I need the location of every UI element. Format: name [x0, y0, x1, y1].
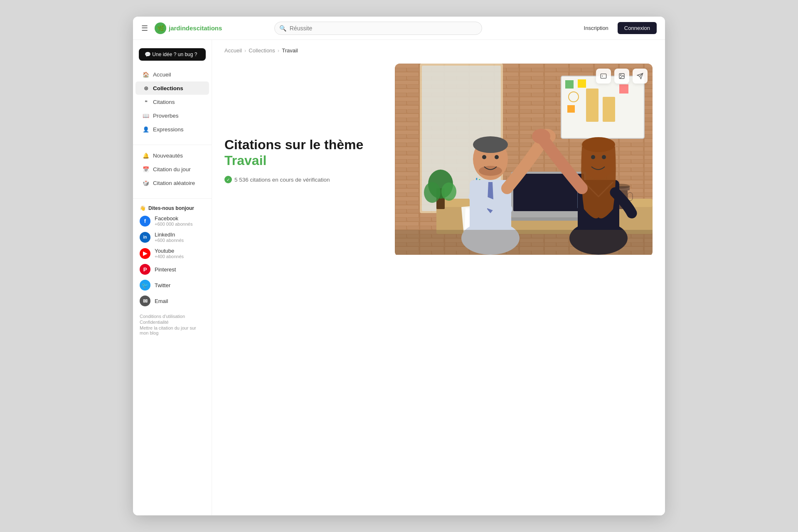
main-content: Accueil › Collections › Travail Citation…	[212, 40, 665, 515]
svg-rect-20	[565, 80, 574, 89]
facebook-label: Facebook	[155, 215, 192, 222]
svg-point-3	[621, 75, 621, 76]
svg-rect-0	[601, 74, 606, 79]
primary-nav: 🏠 Accueil ⊛ Collections ❝ Citations 📖 Pr…	[133, 67, 212, 141]
collections-icon: ⊛	[142, 84, 150, 92]
secondary-nav: 🔔 Nouveautés 📅 Citation du jour 🎲 Citati…	[133, 148, 212, 195]
facebook-icon: f	[140, 216, 150, 227]
twitter-icon: 🐦	[140, 280, 150, 291]
email-icon: ✉	[140, 296, 150, 306]
main-layout: 💬 Une idée ? un bug ? 🏠 Accueil ⊛ Collec…	[133, 40, 665, 515]
proverbes-icon: 📖	[142, 112, 150, 119]
sidebar-item-citation-jour[interactable]: 📅 Citation du jour	[135, 163, 209, 176]
sidebar-item-citations[interactable]: ❝ Citations	[135, 95, 209, 108]
linkedin-icon: in	[140, 232, 150, 243]
sidebar-item-collections[interactable]: ⊛ Collections	[135, 81, 209, 95]
svg-point-57	[591, 155, 595, 159]
logo[interactable]: 🌿 jardindescitations	[155, 22, 222, 34]
verified-icon: ✓	[224, 176, 232, 183]
twitter-label: Twitter	[155, 282, 170, 288]
svg-rect-22	[567, 105, 575, 113]
confidentialite-link[interactable]: Confidentialité	[140, 320, 205, 325]
svg-point-58	[602, 155, 606, 159]
social-youtube[interactable]: ▶ Youtube +400 abonnés	[133, 245, 212, 261]
svg-rect-17	[586, 89, 598, 122]
sidebar-item-citation-aleatoire[interactable]: 🎲 Citation aléatoire	[135, 176, 209, 190]
svg-rect-60	[395, 230, 653, 255]
search-input[interactable]	[274, 22, 482, 35]
hero-section: Citations sur le thème Travail ✓ 5 536 c…	[212, 59, 665, 269]
svg-rect-21	[578, 79, 586, 88]
topbar: ☰ 🌿 jardindescitations 🔍 Inscription Con…	[133, 17, 665, 40]
svg-rect-18	[603, 97, 615, 122]
svg-point-43	[441, 182, 456, 201]
nav-divider	[133, 145, 212, 145]
citation-aleatoire-icon: 🎲	[142, 179, 150, 187]
social-pinterest[interactable]: P Pinterest	[133, 261, 212, 277]
hero-text: Citations sur le thème Travail ✓ 5 536 c…	[224, 64, 395, 256]
search-icon: 🔍	[279, 25, 286, 32]
youtube-icon: ▶	[140, 248, 150, 259]
connexion-button[interactable]: Connexion	[618, 22, 657, 34]
hero-image-svg	[395, 64, 653, 255]
logo-text: jardindescitations	[169, 25, 222, 32]
sidebar-item-expressions[interactable]: 👤 Expressions	[135, 123, 209, 136]
sidebar-item-nouveautes[interactable]: 🔔 Nouveautés	[135, 149, 209, 162]
social-email[interactable]: ✉ Email	[133, 293, 212, 309]
sidebar-item-label: Collections	[153, 85, 183, 91]
svg-point-49	[479, 166, 502, 176]
breadcrumb-sep2: ›	[278, 47, 279, 54]
video-action-button[interactable]	[596, 69, 611, 84]
inscription-button[interactable]: Inscription	[580, 22, 613, 34]
hero-subtitle: ✓ 5 536 citations en cours de vérificati…	[224, 176, 382, 183]
sidebar-item-label: Citation du jour	[153, 166, 191, 172]
linkedin-subs: +600 abonnés	[155, 238, 184, 243]
home-icon: 🏠	[142, 71, 150, 78]
breadcrumb-current: Travail	[282, 47, 298, 54]
search-bar: 🔍	[274, 22, 482, 35]
social-twitter[interactable]: 🐦 Twitter	[133, 277, 212, 293]
share-action-button[interactable]	[633, 69, 648, 84]
sidebar-item-label: Citation aléatoire	[153, 180, 195, 186]
svg-point-50	[482, 155, 486, 159]
topbar-actions: Inscription Connexion	[580, 22, 657, 34]
svg-point-56	[582, 137, 615, 152]
citation-jour-icon: 📅	[142, 165, 150, 173]
sidebar-item-label: Expressions	[153, 126, 184, 133]
sidebar: 💬 Une idée ? un bug ? 🏠 Accueil ⊛ Collec…	[133, 40, 212, 515]
expressions-icon: 👤	[142, 126, 150, 133]
gallery-action-button[interactable]	[614, 69, 629, 84]
svg-rect-23	[619, 84, 628, 94]
feedback-button[interactable]: 💬 Une idée ? un bug ?	[139, 48, 206, 61]
facebook-subs: +600 000 abonnés	[155, 222, 192, 227]
logo-icon: 🌿	[155, 22, 166, 34]
sidebar-item-accueil[interactable]: 🏠 Accueil	[135, 68, 209, 81]
sidebar-item-label: Accueil	[153, 71, 171, 78]
social-facebook[interactable]: f Facebook +600 000 abonnés	[133, 213, 212, 229]
sidebar-item-label: Citations	[153, 99, 175, 105]
sidebar-footer: Conditions d'utilisation Confidentialité…	[133, 309, 212, 340]
sidebar-item-proverbes[interactable]: 📖 Proverbes	[135, 109, 209, 122]
blog-link[interactable]: Mettre la citation du jour sur mon blog	[140, 325, 205, 335]
breadcrumb-collections[interactable]: Collections	[249, 47, 275, 54]
breadcrumb-home[interactable]: Accueil	[224, 47, 242, 54]
hero-subtitle-text: 5 536 citations en cours de vérification	[234, 177, 330, 183]
svg-point-48	[473, 136, 508, 153]
svg-point-42	[424, 182, 441, 203]
social-divider	[133, 198, 212, 199]
menu-icon[interactable]: ☰	[141, 24, 148, 33]
youtube-subs: +400 abonnés	[155, 254, 184, 259]
hero-image	[395, 64, 653, 256]
citations-icon: ❝	[142, 98, 150, 106]
social-section-title: 👋 Dites-nous bonjour	[133, 202, 212, 213]
hero-title: Citations sur le thème Travail	[224, 137, 382, 169]
pinterest-icon: P	[140, 264, 150, 275]
pinterest-label: Pinterest	[155, 266, 176, 273]
social-linkedin[interactable]: in LinkedIn +600 abonnés	[133, 229, 212, 245]
email-label: Email	[155, 298, 168, 304]
sidebar-item-label: Proverbes	[153, 113, 179, 119]
conditions-link[interactable]: Conditions d'utilisation	[140, 314, 205, 319]
svg-point-59	[532, 129, 550, 144]
breadcrumb-sep1: ›	[244, 47, 246, 54]
image-actions	[596, 69, 648, 84]
